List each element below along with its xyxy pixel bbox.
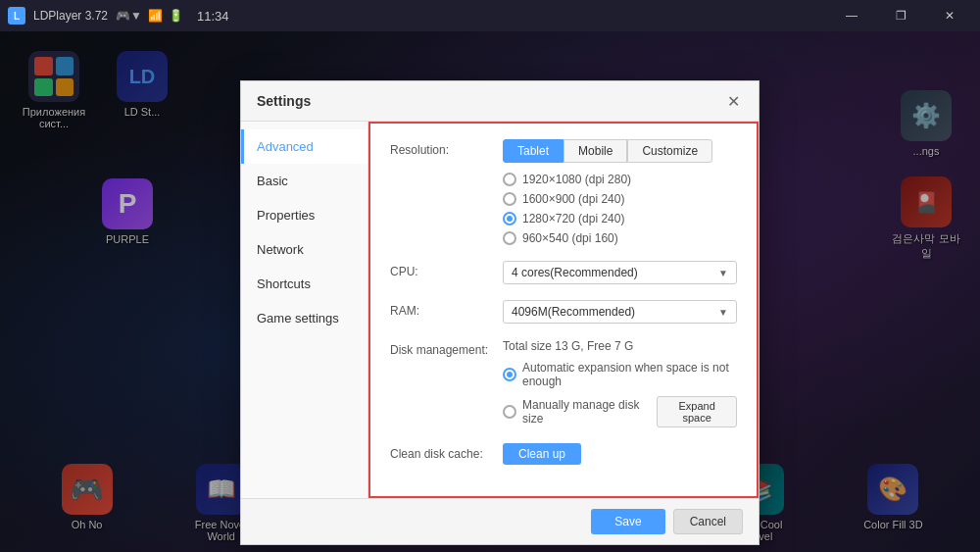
disk-radio-group: Automatic expansion when space is not en… — [503, 361, 737, 427]
cancel-button[interactable]: Cancel — [673, 509, 743, 534]
nav-item-advanced[interactable]: Advanced — [241, 129, 368, 164]
disk-option-auto[interactable]: Automatic expansion when space is not en… — [503, 361, 737, 388]
ram-dropdown-arrow: ▼ — [718, 307, 728, 318]
cpu-dropdown[interactable]: 4 cores(Recommended) ▼ — [503, 261, 737, 284]
title-bar: L LDPlayer 3.72 🎮 ▼ 📶 🔋 11:34 — ❐ ✕ — [0, 0, 980, 31]
disk-info: Total size 13 G, Free 7 G — [503, 339, 737, 353]
settings-close-button[interactable]: ✕ — [723, 91, 743, 111]
resolution-type-buttons: Tablet Mobile Customize — [503, 139, 737, 163]
wifi-icon: ▼ — [130, 9, 142, 23]
resolution-option-1[interactable]: 1600×900 (dpi 240) — [503, 192, 737, 206]
disk-option-manual[interactable]: Manually manage disk size Expand space — [503, 396, 737, 427]
disk-control: Total size 13 G, Free 7 G Automatic expa… — [503, 339, 737, 427]
minimize-button[interactable]: — — [829, 2, 874, 29]
settings-body: Advanced Basic Properties Network Shortc… — [241, 122, 759, 498]
app-logo: L — [8, 7, 25, 25]
settings-content: Resolution: Tablet Mobile Customize 1920… — [368, 122, 759, 498]
ram-dropdown[interactable]: 4096M(Recommended) ▼ — [503, 300, 737, 324]
restore-button[interactable]: ❐ — [878, 2, 923, 29]
desktop: Приложения сист... LD LD St... P PURPLE … — [0, 31, 980, 552]
resolution-label: Resolution: — [390, 139, 503, 157]
clean-disk-control: Clean up — [503, 443, 737, 465]
disk-radio-manual — [503, 405, 516, 419]
clean-disk-label: Clean disk cache: — [390, 443, 503, 461]
save-button[interactable]: Save — [591, 509, 664, 534]
customize-button[interactable]: Customize — [627, 139, 712, 163]
resolution-option-3[interactable]: 960×540 (dpi 160) — [503, 231, 737, 245]
nav-item-properties[interactable]: Properties — [241, 198, 368, 232]
disk-row: Disk management: Total size 13 G, Free 7… — [390, 339, 737, 427]
cpu-control: 4 cores(Recommended) ▼ — [503, 261, 737, 284]
nav-item-basic[interactable]: Basic — [241, 164, 368, 198]
settings-title: Settings — [257, 93, 311, 109]
ram-label: RAM: — [390, 300, 503, 318]
ram-row: RAM: 4096M(Recommended) ▼ — [390, 300, 737, 324]
resolution-option-0[interactable]: 1920×1080 (dpi 280) — [503, 173, 737, 186]
disk-label: Disk management: — [390, 339, 503, 357]
expand-space-button[interactable]: Expand space — [657, 396, 737, 427]
cpu-dropdown-arrow: ▼ — [718, 268, 728, 278]
signal-icon: 📶 — [148, 9, 163, 23]
mobile-button[interactable]: Mobile — [564, 139, 627, 163]
clean-disk-row: Clean disk cache: Clean up — [390, 443, 737, 465]
title-bar-left: L LDPlayer 3.72 🎮 — [8, 7, 130, 25]
radio-0 — [503, 173, 516, 186]
app-name: LDPlayer 3.72 — [33, 9, 108, 23]
controller-icon: 🎮 — [116, 9, 130, 23]
resolution-control: Tablet Mobile Customize 1920×1080 (dpi 2… — [503, 139, 737, 245]
settings-footer: Save Cancel — [241, 498, 759, 544]
nav-item-network[interactable]: Network — [241, 232, 368, 267]
settings-dialog: Settings ✕ Advanced Basic Properties Net… — [240, 80, 760, 545]
resolution-option-2[interactable]: 1280×720 (dpi 240) — [503, 212, 737, 226]
tablet-button[interactable]: Tablet — [503, 139, 564, 163]
disk-radio-auto — [503, 368, 516, 381]
radio-2 — [503, 212, 516, 226]
settings-nav: Advanced Basic Properties Network Shortc… — [241, 122, 368, 498]
battery-icon: 🔋 — [169, 9, 183, 23]
cpu-label: CPU: — [390, 261, 503, 278]
title-bar-controls: — ❐ ✕ — [829, 2, 972, 29]
nav-item-game-settings[interactable]: Game settings — [241, 301, 368, 335]
ram-control: 4096M(Recommended) ▼ — [503, 300, 737, 324]
radio-3 — [503, 231, 516, 245]
radio-1 — [503, 192, 516, 206]
cleanup-button[interactable]: Clean up — [503, 443, 581, 465]
clock: 11:34 — [197, 9, 229, 24]
settings-header: Settings ✕ — [241, 81, 759, 122]
close-button[interactable]: ✕ — [927, 2, 972, 29]
resolution-radio-group: 1920×1080 (dpi 280) 1600×900 (dpi 240) 1… — [503, 173, 737, 245]
nav-item-shortcuts[interactable]: Shortcuts — [241, 267, 368, 301]
cpu-row: CPU: 4 cores(Recommended) ▼ — [390, 261, 737, 284]
title-bar-icons: ▼ 📶 🔋 11:34 — [130, 9, 228, 24]
resolution-row: Resolution: Tablet Mobile Customize 1920… — [390, 139, 737, 245]
